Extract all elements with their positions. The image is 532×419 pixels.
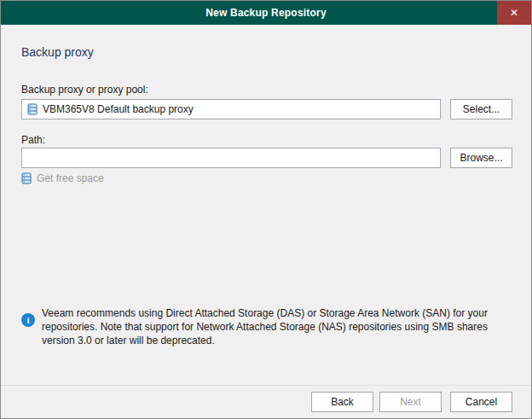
path-field-label: Path: [21, 134, 45, 146]
get-free-space-label: Get free space [37, 172, 104, 184]
path-input[interactable] [26, 148, 437, 167]
footer-divider [1, 385, 531, 386]
info-note-text: Veeam recommends using Direct Attached S… [42, 306, 506, 347]
page-title: Backup proxy [21, 45, 94, 59]
path-input-box[interactable] [21, 148, 441, 168]
proxy-input[interactable] [41, 100, 437, 119]
close-icon: ✕ [510, 7, 518, 19]
close-button[interactable]: ✕ [497, 1, 531, 25]
next-button[interactable]: Next [379, 392, 442, 412]
browse-button[interactable]: Browse... [450, 148, 512, 168]
info-note: i Veeam recommends using Direct Attached… [21, 306, 512, 347]
proxy-field-label: Backup proxy or proxy pool: [21, 84, 148, 96]
info-icon: i [21, 313, 35, 327]
get-free-space-link[interactable]: Get free space [21, 172, 104, 184]
back-button[interactable]: Back [311, 392, 373, 412]
proxy-server-icon [27, 103, 38, 115]
new-backup-repository-dialog: New Backup Repository ✕ Backup proxy Bac… [0, 0, 532, 419]
title-bar: New Backup Repository ✕ [1, 1, 531, 25]
proxy-input-box[interactable] [21, 99, 441, 119]
cancel-button[interactable]: Cancel [450, 392, 512, 412]
free-space-server-icon [21, 172, 32, 184]
window-title: New Backup Repository [205, 7, 327, 19]
select-button[interactable]: Select... [450, 99, 512, 119]
